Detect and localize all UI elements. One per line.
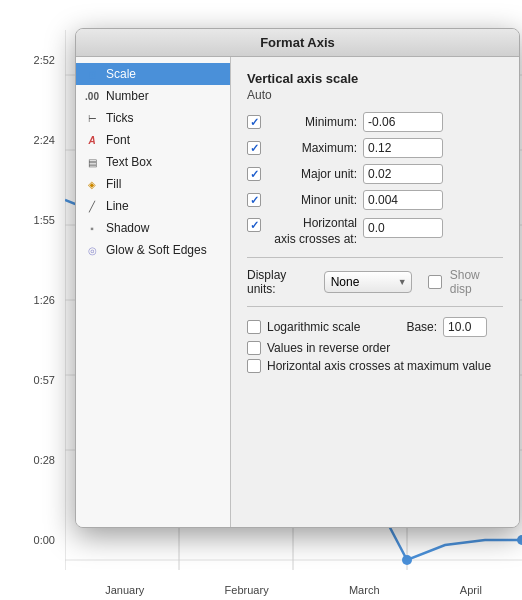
minimum-input[interactable] [363,112,443,132]
logarithmic-label: Logarithmic scale [267,320,360,334]
sidebar-item-shadow[interactable]: ▪ Shadow [76,217,230,239]
ticks-icon: ⊢ [84,110,100,126]
sidebar: ⊞ Scale .00 Number ⊢ Ticks A Font ▤ Text… [76,57,231,527]
maximum-input[interactable] [363,138,443,158]
divider-2 [247,306,503,307]
divider-1 [247,257,503,258]
sidebar-label-textbox: Text Box [106,155,152,169]
display-units-select[interactable]: None Hundreds Thousands Millions Billion… [324,271,412,293]
major-unit-checkbox[interactable] [247,167,261,181]
section-title: Vertical axis scale [247,71,503,86]
minimum-row: Minimum: [247,112,503,132]
sidebar-item-glow[interactable]: ◎ Glow & Soft Edges [76,239,230,261]
maximum-checkbox[interactable] [247,141,261,155]
sidebar-item-line[interactable]: ╱ Line [76,195,230,217]
base-input[interactable] [443,317,487,337]
x-label-3: April [460,584,482,596]
major-unit-label: Major unit: [267,167,357,181]
minor-unit-checkbox[interactable] [247,193,261,207]
horiz-max-row: Horizontal axis crosses at maximum value [247,359,503,373]
x-label-0: January [105,584,144,596]
horiz-max-checkbox[interactable] [247,359,261,373]
sidebar-label-shadow: Shadow [106,221,149,235]
y-label-1: 2:24 [4,134,61,146]
dialog-title: Format Axis [76,29,519,57]
display-units-row: Display units: None Hundreds Thousands M… [247,268,503,296]
show-display-checkbox[interactable] [428,275,442,289]
sidebar-label-number: Number [106,89,149,103]
x-label-1: February [225,584,269,596]
glow-icon: ◎ [84,242,100,258]
show-display-label: Show disp [450,268,503,296]
x-axis: January February March April [65,580,522,600]
sidebar-label-fill: Fill [106,177,121,191]
x-label-2: March [349,584,380,596]
scale-icon: ⊞ [84,66,100,82]
shadow-icon: ▪ [84,220,100,236]
y-label-0: 2:52 [4,54,61,66]
reverse-row: Values in reverse order [247,341,503,355]
minimum-checkbox[interactable] [247,115,261,129]
maximum-label: Maximum: [267,141,357,155]
horiz-crosses-label: Horizontalaxis crosses at: [267,216,357,247]
reverse-checkbox[interactable] [247,341,261,355]
sidebar-item-scale[interactable]: ⊞ Scale [76,63,230,85]
format-axis-dialog: Format Axis ⊞ Scale .00 Number ⊢ Ticks A… [75,28,520,528]
major-unit-row: Major unit: [247,164,503,184]
horiz-crosses-input[interactable] [363,218,443,238]
y-label-5: 0:28 [4,454,61,466]
y-axis: 2:52 2:24 1:55 1:26 0:57 0:28 0:00 [0,0,65,600]
svg-point-12 [517,535,522,545]
logarithmic-row: Logarithmic scale Base: [247,317,503,337]
y-label-4: 0:57 [4,374,61,386]
maximum-row: Maximum: [247,138,503,158]
y-label-6: 0:00 [4,534,61,546]
reverse-label: Values in reverse order [267,341,390,355]
textbox-icon: ▤ [84,154,100,170]
minor-unit-input[interactable] [363,190,443,210]
minimum-label: Minimum: [267,115,357,129]
sidebar-label-glow: Glow & Soft Edges [106,243,207,257]
major-unit-input[interactable] [363,164,443,184]
line-icon: ╱ [84,198,100,214]
sidebar-item-textbox[interactable]: ▤ Text Box [76,151,230,173]
sidebar-label-scale: Scale [106,67,136,81]
fill-icon: ◈ [84,176,100,192]
sidebar-item-font[interactable]: A Font [76,129,230,151]
section-subtitle: Auto [247,88,503,102]
sidebar-label-font: Font [106,133,130,147]
sidebar-item-fill[interactable]: ◈ Fill [76,173,230,195]
sidebar-label-ticks: Ticks [106,111,134,125]
font-icon: A [84,132,100,148]
logarithmic-checkbox[interactable] [247,320,261,334]
main-content: Vertical axis scale Auto Minimum: Maximu… [231,57,519,527]
dialog-body: ⊞ Scale .00 Number ⊢ Ticks A Font ▤ Text… [76,57,519,527]
display-units-label: Display units: [247,268,316,296]
display-units-select-wrapper: None Hundreds Thousands Millions Billion… [324,271,412,293]
svg-point-11 [402,555,412,565]
sidebar-item-number[interactable]: .00 Number [76,85,230,107]
horiz-crosses-checkbox[interactable] [247,218,261,232]
horiz-max-label: Horizontal axis crosses at maximum value [267,359,491,373]
horiz-crosses-row: Horizontalaxis crosses at: [247,216,503,247]
number-icon: .00 [84,88,100,104]
minor-unit-row: Minor unit: [247,190,503,210]
sidebar-item-ticks[interactable]: ⊢ Ticks [76,107,230,129]
minor-unit-label: Minor unit: [267,193,357,207]
base-label: Base: [406,320,437,334]
y-label-3: 1:26 [4,294,61,306]
sidebar-label-line: Line [106,199,129,213]
y-label-2: 1:55 [4,214,61,226]
